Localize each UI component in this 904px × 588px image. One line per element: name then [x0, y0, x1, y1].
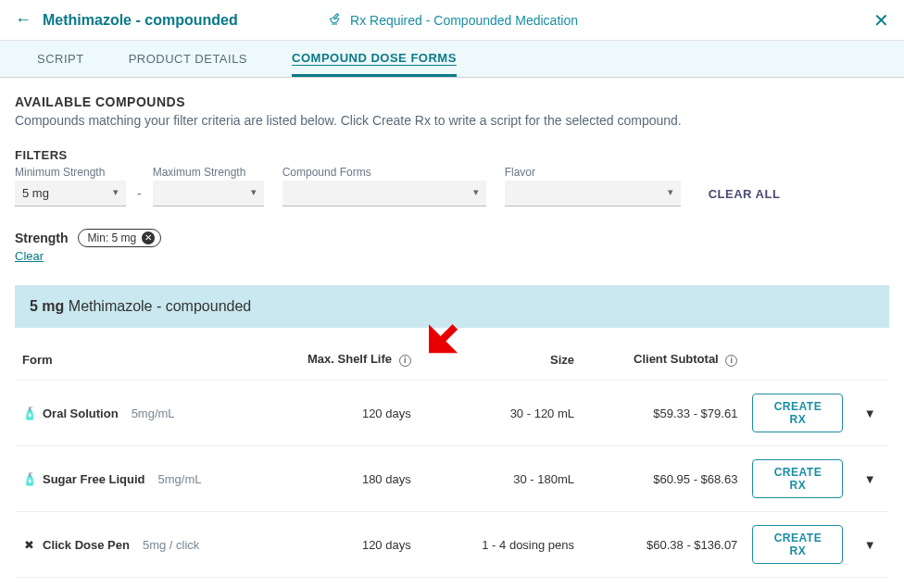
min-strength-label: Minimum Strength: [15, 166, 126, 179]
expand-row-icon[interactable]: ▼: [850, 381, 889, 446]
filters-title: FILTERS: [15, 148, 889, 162]
form-icon: 🧴: [22, 472, 35, 486]
col-shelf-text: Max. Shelf Life: [308, 352, 392, 366]
mortar-pestle-icon: [326, 10, 343, 31]
form-name: Click Dose Pen: [43, 538, 130, 552]
main-content: AVAILABLE COMPOUNDS Compounds matching y…: [0, 78, 904, 588]
tab-compound-dose-forms[interactable]: COMPOUND DOSE FORMS: [292, 42, 457, 77]
form-dose: 5mg/mL: [132, 407, 175, 420]
subtotal-cell: $60.95 - $68.63: [582, 446, 745, 512]
col-subtotal-text: Client Subtotal: [634, 352, 719, 366]
tab-product-details[interactable]: PRODUCT DETAILS: [129, 43, 247, 75]
rx-required-label: Rx Required - Compounded Medication: [326, 10, 578, 31]
size-cell: 1 - 6 dosing pens: [419, 578, 582, 589]
strength-dash: -: [137, 186, 142, 206]
compound-name: Methimazole - compounded: [69, 298, 251, 314]
form-name: Oral Solution: [43, 407, 119, 420]
form-dose: 5mg/mL: [158, 472, 202, 486]
shelf-life-cell: 180 days: [283, 446, 418, 512]
form-icon: 🧴: [22, 407, 35, 420]
shelf-info-icon[interactable]: i: [399, 355, 411, 367]
dose-forms-table: Form Max. Shelf Life i Size Client Subto…: [15, 343, 889, 588]
top-bar: ← Methimazole - compounded Rx Required -…: [0, 0, 904, 41]
table-header-row: Form Max. Shelf Life i Size Client Subto…: [15, 343, 889, 381]
compound-strength: 5 mg: [30, 298, 64, 314]
available-compounds-subtitle: Compounds matching your filter criteria …: [15, 113, 889, 128]
subtotal-cell: $59.33 - $79.61: [582, 381, 745, 446]
max-strength-select[interactable]: [153, 181, 264, 206]
table-row: ✖ Click Dose Pen 5mg / click 120 days 1 …: [15, 512, 889, 578]
filter-row: Minimum Strength - Maximum Strength Comp…: [15, 166, 889, 206]
table-row: ✎ ezDose Pen 5mg / 2 rotations 120 days …: [15, 578, 889, 589]
form-dose: 5mg / click: [143, 538, 199, 552]
subtotal-cell: $32.01 - $89.79: [582, 578, 745, 589]
table-row: 🧴 Oral Solution 5mg/mL 120 days 30 - 120…: [15, 381, 889, 446]
col-size: Size: [419, 343, 582, 381]
flavor-label: Flavor: [505, 166, 681, 179]
clear-all-button[interactable]: CLEAR ALL: [709, 187, 781, 206]
close-icon[interactable]: ✕: [873, 9, 889, 31]
subtotal-cell: $60.38 - $136.07: [582, 512, 745, 578]
min-strength-select[interactable]: [15, 181, 126, 206]
page-title: Methimazole - compounded: [43, 12, 238, 29]
size-cell: 30 - 180mL: [419, 446, 582, 512]
min-strength-chip[interactable]: Min: 5 mg ✕: [78, 229, 162, 247]
table-row: 🧴 Sugar Free Liquid 5mg/mL 180 days 30 -…: [15, 446, 889, 512]
shelf-life-cell: 120 days: [283, 381, 418, 446]
available-compounds-title: AVAILABLE COMPOUNDS: [15, 94, 889, 109]
shelf-life-cell: 120 days: [283, 512, 418, 578]
compound-forms-label: Compound Forms: [282, 166, 486, 179]
expand-row-icon[interactable]: ▼: [850, 512, 889, 578]
size-cell: 30 - 120 mL: [419, 381, 582, 446]
col-shelf: Max. Shelf Life i: [283, 343, 418, 381]
create-rx-button[interactable]: CREATE RX: [752, 525, 843, 564]
chip-text: Min: 5 mg: [88, 231, 137, 244]
back-arrow-icon[interactable]: ←: [15, 10, 31, 30]
size-cell: 1 - 4 dosing pens: [419, 512, 582, 578]
compound-header-band: 5 mg Methimazole - compounded: [15, 285, 889, 328]
rx-required-text: Rx Required - Compounded Medication: [350, 13, 578, 28]
strength-chip-label: Strength: [15, 231, 69, 245]
expand-row-icon[interactable]: ▼: [850, 446, 889, 512]
create-rx-button[interactable]: CREATE RX: [752, 459, 843, 498]
clear-link[interactable]: Clear: [15, 249, 44, 263]
shelf-life-cell: 120 days: [283, 578, 418, 589]
expand-row-icon[interactable]: ▼: [850, 578, 889, 589]
col-form: Form: [15, 343, 283, 381]
col-subtotal: Client Subtotal i: [582, 343, 745, 381]
max-strength-label: Maximum Strength: [153, 166, 264, 179]
tab-bar: SCRIPT PRODUCT DETAILS COMPOUND DOSE FOR…: [0, 41, 904, 78]
form-icon: ✖: [22, 538, 35, 552]
compound-forms-select[interactable]: [282, 181, 486, 206]
active-filters-row: Strength Min: 5 mg ✕: [15, 229, 889, 247]
form-name: Sugar Free Liquid: [43, 472, 145, 486]
subtotal-info-icon[interactable]: i: [725, 355, 737, 367]
chip-remove-icon[interactable]: ✕: [142, 231, 155, 244]
flavor-select[interactable]: [505, 181, 681, 206]
create-rx-button[interactable]: CREATE RX: [752, 394, 843, 432]
tab-script[interactable]: SCRIPT: [37, 43, 84, 75]
